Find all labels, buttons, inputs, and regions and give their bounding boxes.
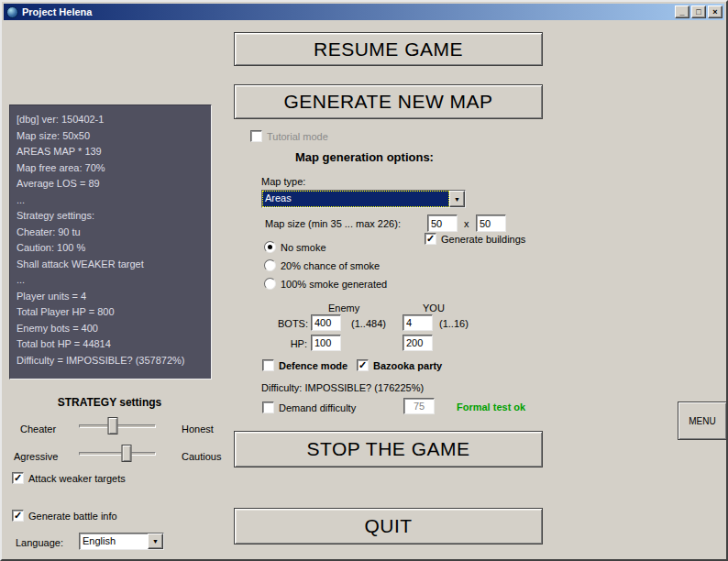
stop-the-game-button[interactable]: STOP THE GAME (234, 431, 543, 468)
cheater-honest-slider[interactable] (79, 416, 156, 436)
aggressive-cautious-slider[interactable] (79, 444, 156, 464)
language-select[interactable]: English ▼ (79, 533, 164, 550)
radio-circle (264, 241, 276, 253)
radio-20-smoke[interactable]: 20% chance of smoke (264, 259, 380, 271)
language-value: English (80, 534, 148, 549)
demand-difficulty-input (403, 398, 435, 414)
map-width-input[interactable] (427, 214, 458, 232)
checkbox-box: ✓ (12, 510, 24, 522)
menu-button[interactable]: MENU (678, 402, 727, 440)
radio-circle (264, 259, 276, 271)
check-icon: ✓ (14, 473, 22, 483)
enemy-hp-input[interactable] (311, 335, 341, 351)
slider1-right-label: Honest (182, 424, 214, 434)
map-type-label: Map type: (261, 176, 305, 187)
demand-difficulty-checkbox[interactable]: ✓ Demand difficulty (262, 402, 356, 413)
map-height-input[interactable] (476, 214, 506, 232)
you-bots-input[interactable] (403, 314, 433, 331)
debug-info-panel: [dbg] ver: 150402-1 Map size: 50x50 AREA… (9, 104, 212, 380)
enemy-column-header: Enemy (328, 302, 359, 314)
slider-thumb[interactable] (122, 445, 132, 462)
minimize-button[interactable]: _ (675, 6, 689, 18)
resume-game-button[interactable]: RESUME GAME (234, 32, 543, 66)
generate-new-map-button[interactable]: GENERATE NEW MAP (234, 84, 543, 119)
generate-battle-info-checkbox[interactable]: ✓ Generate battle info (12, 510, 117, 522)
window-controls: _ □ × (675, 6, 722, 18)
map-options-heading: Map generation options: (295, 150, 434, 164)
slider-thumb[interactable] (107, 417, 117, 434)
you-column-header: YOU (423, 302, 445, 314)
checkbox-label: Attack weaker targets (28, 473, 126, 484)
window-title: Project Helena (22, 6, 92, 17)
language-label: Language: (16, 537, 63, 548)
dropdown-arrow-icon[interactable]: ▼ (148, 534, 163, 549)
map-size-label: Map size (min 35 ... max 226): (265, 218, 401, 229)
maximize-button[interactable]: □ (691, 6, 706, 18)
slider-track (79, 452, 156, 456)
checkbox-label: Generate battle info (28, 511, 117, 522)
hp-row-label: HP: (278, 338, 307, 349)
attack-weaker-targets-checkbox[interactable]: ✓ Attack weaker targets (12, 472, 126, 484)
enemy-bots-range: (1..484) (351, 318, 386, 329)
quit-button[interactable]: QUIT (234, 508, 543, 544)
radio-circle (264, 278, 276, 290)
close-button[interactable]: × (708, 6, 722, 18)
app-icon (6, 6, 18, 18)
radio-label: No smoke (281, 242, 326, 253)
formal-test-status: Formal test ok (457, 402, 525, 412)
checkbox-label: Generate buildings (441, 234, 525, 245)
checkbox-box: ✓ (250, 130, 262, 142)
bazooka-party-checkbox[interactable]: ✓ Bazooka party (357, 359, 442, 371)
checkbox-box: ✓ (357, 359, 369, 371)
checkbox-box: ✓ (425, 233, 436, 245)
check-icon: ✓ (426, 234, 435, 244)
bots-row-label: BOTS: (278, 318, 307, 329)
radio-no-smoke[interactable]: No smoke (264, 241, 326, 253)
enemy-bots-input[interactable] (311, 314, 341, 331)
radio-label: 20% chance of smoke (281, 260, 380, 271)
dropdown-arrow-icon[interactable]: ▼ (449, 191, 465, 207)
checkbox-box: ✓ (12, 472, 24, 484)
title-bar[interactable]: Project Helena _ □ × (4, 4, 724, 20)
radio-100-smoke[interactable]: 100% smoke generated (264, 278, 387, 290)
checkbox-box: ✓ (262, 402, 274, 413)
defence-mode-checkbox[interactable]: ✓ Defence mode (262, 359, 347, 371)
you-hp-input[interactable] (403, 335, 433, 351)
strategy-heading: STRATEGY settings (29, 396, 190, 409)
checkbox-label: Demand difficulty (279, 402, 356, 413)
map-size-separator: x (464, 218, 469, 229)
generate-buildings-checkbox[interactable]: ✓ Generate buildings (425, 233, 525, 245)
check-icon: ✓ (358, 360, 367, 370)
radio-dot (268, 245, 272, 249)
checkbox-label: Tutorial mode (267, 131, 328, 142)
map-type-value: Areas (262, 191, 449, 207)
radio-label: 100% smoke generated (281, 279, 387, 290)
slider1-left-label: Cheater (20, 424, 56, 434)
slider2-right-label: Cautious (182, 451, 221, 462)
check-icon: ✓ (14, 511, 22, 521)
tutorial-mode-checkbox: ✓ Tutorial mode (250, 130, 328, 142)
slider2-left-label: Agressive (14, 451, 58, 462)
checkbox-box: ✓ (262, 359, 274, 371)
checkbox-label: Bazooka party (373, 360, 442, 371)
you-bots-range: (1..16) (439, 318, 469, 329)
app-window: Project Helena _ □ × RESUME GAME GENERAT… (0, 0, 728, 561)
difficulty-status-text: Difficulty: IMPOSSIBLE? (176225%) (261, 382, 424, 393)
checkbox-label: Defence mode (279, 360, 347, 371)
map-type-select[interactable]: Areas ▼ (261, 190, 466, 208)
